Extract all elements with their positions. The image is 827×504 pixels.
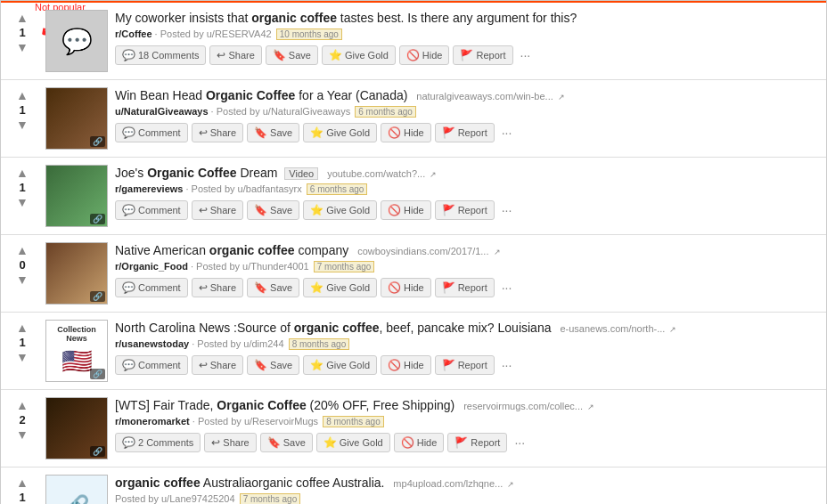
post-domain[interactable]: youtube.com/watch?... ↗ [327,168,437,179]
author-link[interactable]: u/dim244 [243,338,283,349]
downvote-button[interactable]: ▼ [16,41,29,53]
action-report-button[interactable]: 🚩 Report [435,355,495,375]
action-comment-button[interactable]: 💬 Comment [115,355,188,375]
action-report-button[interactable]: 🚩 Report [447,433,507,452]
action-comment-button[interactable]: 💬 Comment [115,200,188,220]
author-link[interactable]: u/ReservoirMugs [244,416,318,427]
action-save-button[interactable]: 🔖 Save [266,45,318,65]
action-hide-button[interactable]: 🚫 Hide [381,200,431,220]
post-domain[interactable]: reservoirmugs.com/collec... ↗ [463,401,594,411]
action-save-button[interactable]: 🔖 Save [247,355,299,375]
action-report-button[interactable]: 🚩 Report [435,200,495,220]
action-hide-button[interactable]: 🚫 Hide [381,355,431,375]
more-actions-button[interactable]: ··· [517,48,535,62]
give gold-icon: ⭐ [323,436,337,449]
more-actions-button[interactable]: ··· [498,126,516,140]
save-icon: 🔖 [254,359,267,371]
vote-column: ▲2▼ [6,397,38,459]
action-hide-button[interactable]: 🚫 Hide [394,433,445,452]
action-18-comments-button[interactable]: 💬 18 Comments [115,45,206,65]
thumbnail-link-badge[interactable]: 🔗 [90,369,105,379]
external-link-icon: ↗ [669,325,676,334]
report-icon: 🚩 [442,281,455,294]
post-domain[interactable]: cowboysindians.com/2017/1... ↗ [357,246,500,256]
more-actions-button[interactable]: ··· [498,280,516,295]
share-icon: ↩ [199,281,208,294]
downvote-button[interactable]: ▼ [16,196,29,208]
action-hide-button[interactable]: 🚫 Hide [381,123,431,142]
action-give-gold-button[interactable]: ⭐ Give Gold [322,45,396,65]
post-domain[interactable]: e-usanews.com/north-... ↗ [560,323,676,334]
subreddit-link[interactable]: r/Coffee [115,28,152,39]
more-actions-button[interactable]: ··· [498,203,516,217]
upvote-button[interactable]: ▲ [16,476,29,489]
downvote-button[interactable]: ▼ [16,273,29,286]
upvote-button[interactable]: ▲ [16,321,29,334]
thumbnail-link-badge[interactable]: 🔗 [90,291,105,302]
upvote-button[interactable]: ▲ [16,89,29,102]
post-thumbnail[interactable]: Collection News🇺🇸🔗 [45,320,108,382]
action-share-button[interactable]: ↩ Share [192,123,243,142]
post-domain[interactable]: mp4upload.com/lzhqne... ↗ [393,478,514,489]
save-icon: 🔖 [254,281,267,294]
subreddit-link[interactable]: r/Organic_Food [115,261,188,272]
action-give-gold-button[interactable]: ⭐ Give Gold [303,278,377,297]
downvote-button[interactable]: ▼ [16,118,29,131]
action-give-gold-button[interactable]: ⭐ Give Gold [303,123,377,142]
action-report-button[interactable]: 🚩 Report [435,278,495,297]
action-hide-button[interactable]: 🚫 Hide [381,278,431,297]
action-hide-button[interactable]: 🚫 Hide [399,45,450,65]
action-give-gold-button[interactable]: ⭐ Give Gold [303,355,377,375]
action-report-button[interactable]: 🚩 Report [453,45,512,65]
action-give-gold-button[interactable]: ⭐ Give Gold [303,200,377,220]
author-link[interactable]: u/Lane97425204 [161,493,235,504]
thumbnail-link-badge[interactable]: 🔗 [90,446,105,457]
action-share-button[interactable]: ↩ Share [192,200,243,220]
subreddit-link[interactable]: u/NaturalGiveaways [115,106,209,117]
action-share-button[interactable]: ↩ Share [192,278,243,297]
post-thumbnail[interactable]: 🔗 [45,242,108,305]
post-content: My coworker insists that organic coffee … [115,10,821,72]
subreddit-link[interactable]: r/gamereviews [115,183,183,194]
action-comment-button[interactable]: 💬 Comment [115,278,188,297]
author-link[interactable]: u/RESERVA42 [207,28,272,39]
action-comment-button[interactable]: 💬 Comment [115,123,188,142]
upvote-button[interactable]: ▲ [16,12,29,24]
author-link[interactable]: u/NaturalGiveaways [263,106,350,117]
more-actions-button[interactable]: ··· [511,435,528,450]
thumbnail-link-badge[interactable]: 🔗 [90,214,105,224]
subreddit-link[interactable]: r/usanewstoday [115,338,189,349]
subreddit-link[interactable]: r/moneromarket [115,416,190,427]
action-2-comments-button[interactable]: 💬 2 Comments [115,433,201,452]
upvote-button[interactable]: ▲ [16,244,29,256]
action-save-button[interactable]: 🔖 Save [260,433,313,452]
post-thumbnail[interactable]: 💬 [45,10,108,72]
post-thumbnail[interactable]: 🔗 [45,397,108,459]
downvote-button[interactable]: ▼ [16,428,29,441]
upvote-button[interactable]: ▲ [16,167,29,179]
post-thumbnail[interactable]: 🔗 [45,475,108,504]
action-give-gold-button[interactable]: ⭐ Give Gold [316,433,390,452]
action-save-button[interactable]: 🔖 Save [247,278,299,297]
author-link[interactable]: u/badfantasyrx [238,183,302,194]
upvote-button[interactable]: ▲ [16,399,29,411]
post-thumbnail[interactable]: 🔗 [45,165,108,227]
action-share-button[interactable]: ↩ Share [204,433,256,452]
post-thumbnail[interactable]: 🔗 [45,87,108,150]
action-report-button[interactable]: 🚩 Report [435,123,495,142]
action-share-button[interactable]: ↩ Share [209,45,261,65]
post-title: [WTS] Fair Trade, Organic Coffee (20% OF… [115,397,821,413]
link-icon: 🔗 [65,494,89,504]
post-domain[interactable]: naturalgiveaways.com/win-be... ↗ [416,91,565,102]
vote-count: 1 [19,336,25,349]
author-link[interactable]: u/Thunder4001 [242,261,309,272]
post-actions: 💬 2 Comments↩ Share🔖 Save⭐ Give Gold🚫 Hi… [115,433,821,452]
action-save-button[interactable]: 🔖 Save [247,123,299,142]
downvote-button[interactable]: ▼ [16,351,29,363]
thumbnail-link-badge[interactable]: 🔗 [90,136,105,147]
post-title: Win Bean Head Organic Coffee for a Year … [115,87,821,103]
action-share-button[interactable]: ↩ Share [192,355,243,375]
save-icon: 🔖 [254,126,267,139]
action-save-button[interactable]: 🔖 Save [247,200,299,220]
more-actions-button[interactable]: ··· [498,358,516,372]
